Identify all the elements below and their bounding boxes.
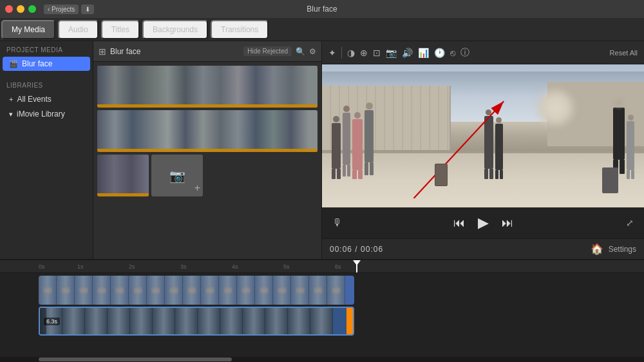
- frame-4: [108, 308, 130, 334]
- upper-frame-12: [237, 276, 255, 305]
- sidebar-item-imovie-library[interactable]: ▾ iMovie Library: [3, 107, 90, 121]
- imovie-library-label: iMovie Library: [17, 110, 65, 119]
- clock-icon[interactable]: 🕐: [434, 48, 445, 58]
- person-7: [613, 99, 625, 174]
- timeline-scrollbar[interactable]: [0, 357, 644, 362]
- person-8: [627, 115, 634, 179]
- project-media-label: PROJECT MEDIA: [0, 41, 93, 56]
- tab-transitions[interactable]: Transitions: [211, 20, 269, 39]
- tab-audio[interactable]: Audio: [58, 20, 99, 39]
- playback-controls: 🎙 ⏮ ▶ ⏭ ⤢: [322, 207, 644, 238]
- upper-frame-7: [147, 276, 165, 305]
- track-right-handle[interactable]: [346, 308, 353, 334]
- frame-9: [220, 308, 243, 334]
- audio-icon[interactable]: 🔊: [402, 48, 413, 58]
- ruler-mark-1: 1s: [77, 263, 84, 270]
- share-icon[interactable]: ⎋: [450, 48, 455, 58]
- person-1: [332, 116, 341, 179]
- upper-frame-8: [165, 276, 183, 305]
- frame-11: [265, 308, 288, 334]
- fullscreen-icon[interactable]: ⤢: [626, 218, 634, 228]
- skip-back-button[interactable]: ⏮: [453, 216, 465, 230]
- upper-frame-4: [93, 276, 111, 305]
- timeline-playhead[interactable]: [356, 260, 357, 272]
- tab-backgrounds[interactable]: Backgrounds: [142, 20, 208, 39]
- libraries-label: LIBRARIES: [0, 77, 93, 91]
- titlebar: ‹ Projects ⬇ Blur face: [0, 0, 644, 18]
- video-preview: [322, 64, 644, 207]
- settings-bar-right: 🏠 Settings: [591, 243, 636, 255]
- person-6: [495, 117, 503, 178]
- hide-rejected-button[interactable]: Hide Rejected: [243, 46, 292, 56]
- person-3: [352, 112, 363, 179]
- media-settings-button[interactable]: ⚙: [309, 47, 316, 56]
- info-icon[interactable]: ⓘ: [460, 47, 469, 59]
- upper-frame-2: [57, 276, 75, 305]
- luggage: [435, 164, 448, 186]
- fullscreen-button[interactable]: [28, 5, 36, 13]
- media-row-2: [97, 110, 317, 152]
- window-title: Blur face: [307, 5, 337, 14]
- upper-filmstrip: [39, 276, 354, 305]
- overlay-icon[interactable]: ⊕: [360, 48, 368, 58]
- sidebar-item-blur-face[interactable]: 🎬 Blur face: [3, 57, 90, 71]
- tab-my-media[interactable]: My Media: [1, 20, 55, 39]
- upper-frame-9: [183, 276, 201, 305]
- person-2: [343, 106, 350, 176]
- projects-back-button[interactable]: ‹ Projects: [44, 5, 79, 14]
- crop-icon[interactable]: ⊡: [373, 48, 381, 58]
- effect-track[interactable]: [39, 276, 354, 305]
- video-filmstrip: [40, 308, 353, 334]
- camera-icon[interactable]: 📷: [386, 48, 397, 58]
- upper-frame-17: [327, 276, 345, 305]
- frame-7: [175, 308, 198, 334]
- frame-3: [85, 308, 108, 334]
- time-current: 00:06: [330, 245, 352, 254]
- top-toolbar: My Media Audio Titles Backgrounds Transi…: [0, 18, 644, 41]
- grid-view-button[interactable]: ⊞: [99, 46, 106, 57]
- media-clip-1[interactable]: [97, 66, 317, 108]
- upper-frame-1: [39, 276, 57, 305]
- frame-12: [288, 308, 310, 334]
- media-grid: 📷 +: [93, 62, 321, 259]
- duration-badge: 6.3s: [44, 318, 60, 325]
- share-button[interactable]: ⬇: [81, 5, 94, 14]
- stroller: [602, 167, 618, 193]
- reset-all-button[interactable]: Reset All: [610, 49, 638, 57]
- media-clip-placeholder[interactable]: 📷 +: [151, 155, 203, 196]
- microphone-icon[interactable]: 🎙: [332, 217, 343, 229]
- preview-toolbar: ✦ ◑ ⊕ ⊡ 📷 🔊 📊 🕐 ⎋ ⓘ Reset All: [322, 41, 644, 64]
- upper-frame-15: [291, 276, 309, 305]
- pointer-icon[interactable]: ✦: [328, 48, 336, 58]
- media-clip-3[interactable]: [97, 155, 149, 196]
- tab-titles[interactable]: Titles: [101, 20, 140, 39]
- settings-button[interactable]: Settings: [609, 245, 636, 254]
- close-button[interactable]: [5, 5, 13, 13]
- upper-frame-11: [219, 276, 237, 305]
- upper-frame-13: [255, 276, 273, 305]
- main-video-track[interactable]: 6.3s: [39, 307, 354, 336]
- search-button[interactable]: 🔍: [296, 47, 305, 56]
- sidebar-item-all-events[interactable]: + All Events: [3, 92, 90, 106]
- playhead-indicator: [353, 260, 361, 265]
- minimize-button[interactable]: [17, 5, 24, 13]
- camera-icon: 📷: [169, 168, 185, 184]
- scrollbar-thumb[interactable]: [39, 357, 232, 361]
- timeline-tracks: 6.3s: [0, 273, 644, 357]
- skip-forward-button[interactable]: ⏭: [502, 216, 513, 230]
- settings-bar: 00:06 / 00:06 🏠 Settings: [322, 238, 644, 259]
- media-clip-2[interactable]: [97, 110, 317, 152]
- ruler-mark-3: 3s: [180, 263, 187, 270]
- media-toolbar: ⊞ Blur face Hide Rejected 🔍 ⚙: [93, 41, 321, 62]
- add-icon: +: [194, 182, 200, 194]
- play-button[interactable]: ▶: [478, 214, 489, 231]
- person-5: [484, 110, 493, 178]
- upper-frame-16: [309, 276, 327, 305]
- time-total: 00:06: [361, 245, 383, 254]
- color-correct-icon[interactable]: ◑: [347, 48, 355, 58]
- chart-icon[interactable]: 📊: [418, 48, 429, 58]
- triangle-icon: ▾: [9, 110, 13, 119]
- film-icon: 🎬: [9, 60, 18, 68]
- ruler-mark-0: 0s: [39, 263, 45, 270]
- frame-6: [153, 308, 175, 334]
